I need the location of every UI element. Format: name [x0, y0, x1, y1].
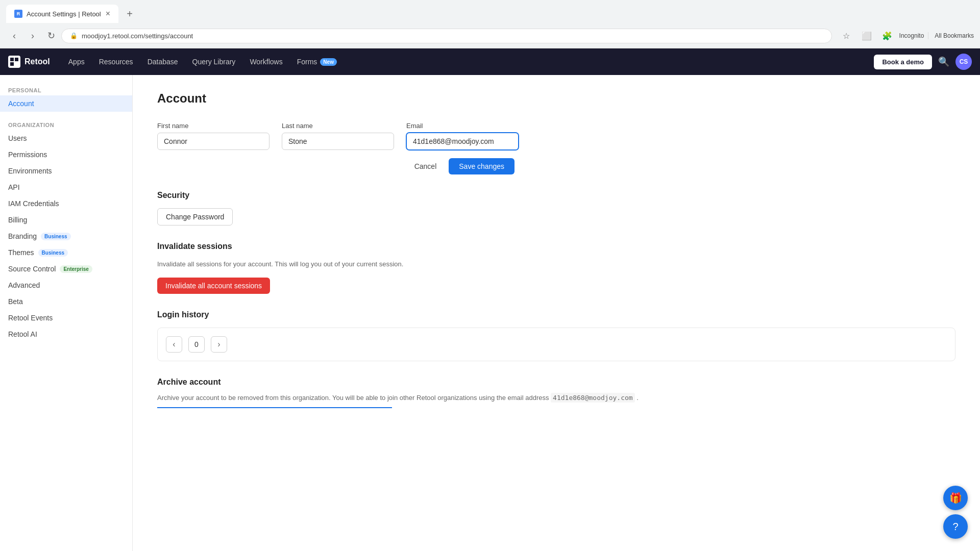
login-history-title: Login history — [157, 310, 955, 319]
sidebar-item-beta[interactable]: Beta — [0, 293, 132, 310]
sidebar-item-billing[interactable]: Billing — [0, 212, 132, 228]
cancel-button[interactable]: Cancel — [408, 158, 443, 174]
retool-logo-icon — [8, 56, 20, 68]
sidebar-item-branding[interactable]: Branding Business — [0, 228, 132, 244]
first-name-group: First name — [157, 122, 270, 150]
retool-logo[interactable]: Retool — [8, 56, 50, 68]
sidebar-iam-label: IAM Credentials — [8, 199, 59, 208]
sidebar: Personal Account Organization Users Perm… — [0, 75, 133, 551]
sidebar-permissions-label: Permissions — [8, 151, 47, 159]
security-title: Security — [157, 191, 955, 200]
archive-desc-text: Archive your account to be removed from … — [157, 394, 549, 402]
sidebar-billing-label: Billing — [8, 216, 27, 224]
sidebar-environments-label: Environments — [8, 167, 52, 175]
back-button[interactable]: ‹ — [6, 28, 22, 44]
themes-business-badge: Business — [38, 249, 68, 257]
change-password-button[interactable]: Change Password — [157, 208, 233, 226]
nav-item-apps-label: Apps — [68, 58, 85, 66]
browser-title-bar: R Account Settings | Retool × + — [0, 0, 980, 23]
forward-button[interactable]: › — [24, 28, 41, 44]
nav-item-database-label: Database — [148, 58, 178, 66]
help-floating-button[interactable]: ? — [943, 514, 968, 539]
nav-right: Book a demo 🔍 CS — [874, 54, 972, 70]
save-changes-button[interactable]: Save changes — [449, 158, 514, 174]
invalidate-sessions-desc: Invalidate all sessions for your account… — [157, 259, 955, 269]
nav-item-resources-label: Resources — [99, 58, 133, 66]
retool-logo-text: Retool — [24, 57, 50, 66]
browser-controls: ‹ › ↻ 🔒 moodjoy1.retool.com/settings/acc… — [0, 23, 980, 48]
address-bar[interactable]: 🔒 moodjoy1.retool.com/settings/account — [61, 29, 832, 43]
extensions-button[interactable]: 🧩 — [879, 28, 895, 44]
nav-item-query-library[interactable]: Query Library — [186, 55, 242, 69]
form-actions: Cancel Save changes — [157, 158, 514, 174]
lock-icon: 🔒 — [70, 32, 78, 39]
last-name-input[interactable] — [282, 133, 394, 150]
tab-close-button[interactable]: × — [106, 9, 110, 18]
main-layout: Personal Account Organization Users Perm… — [0, 75, 980, 551]
archive-account-desc: Archive your account to be removed from … — [157, 393, 955, 404]
nav-item-forms[interactable]: Forms New — [291, 55, 343, 69]
device-button[interactable]: ⬜ — [859, 28, 875, 44]
email-label: Email — [406, 122, 519, 130]
svg-rect-2 — [10, 62, 14, 66]
first-name-input[interactable] — [157, 133, 270, 150]
sidebar-account-label: Account — [8, 99, 34, 108]
search-icon[interactable]: 🔍 — [938, 56, 949, 67]
sidebar-retool-events-label: Retool Events — [8, 314, 53, 322]
archive-period: . — [636, 394, 639, 402]
sidebar-item-api[interactable]: API — [0, 179, 132, 195]
browser-tab[interactable]: R Account Settings | Retool × — [6, 5, 118, 23]
sidebar-branding-label: Branding — [8, 232, 37, 240]
pagination-next-button[interactable]: › — [211, 336, 227, 353]
sidebar-themes-label: Themes — [8, 248, 34, 257]
sidebar-item-retool-events[interactable]: Retool Events — [0, 310, 132, 326]
page-title: Account — [157, 91, 955, 106]
all-bookmarks: All Bookmarks — [928, 32, 974, 39]
browser-chrome: R Account Settings | Retool × + ‹ › ↻ 🔒 … — [0, 0, 980, 48]
first-name-label: First name — [157, 122, 270, 130]
org-section-label: Organization — [0, 118, 132, 130]
nav-item-resources[interactable]: Resources — [93, 55, 139, 69]
incognito-label: Incognito — [899, 32, 924, 39]
sidebar-item-retool-ai[interactable]: Retool AI — [0, 326, 132, 342]
sidebar-item-environments[interactable]: Environments — [0, 163, 132, 179]
sidebar-source-control-label: Source Control — [8, 265, 56, 273]
new-tab-button[interactable]: + — [122, 7, 137, 21]
tab-title: Account Settings | Retool — [27, 10, 101, 18]
svg-rect-1 — [15, 58, 18, 61]
sidebar-item-advanced[interactable]: Advanced — [0, 277, 132, 293]
archive-email: 41d1e868@moodjoy.com — [551, 393, 635, 403]
sidebar-item-iam-credentials[interactable]: IAM Credentials — [0, 195, 132, 212]
sidebar-api-label: API — [8, 183, 20, 191]
sidebar-item-account[interactable]: Account — [0, 95, 132, 112]
sidebar-item-source-control[interactable]: Source Control Enterprise — [0, 261, 132, 277]
personal-section-label: Personal — [0, 83, 132, 95]
bookmark-button[interactable]: ☆ — [838, 28, 854, 44]
sidebar-item-users[interactable]: Users — [0, 130, 132, 146]
url-text: moodjoy1.retool.com/settings/account — [82, 32, 193, 40]
login-history-box: ‹ 0 › — [157, 328, 955, 361]
book-demo-button[interactable]: Book a demo — [874, 55, 932, 69]
user-avatar[interactable]: CS — [955, 54, 972, 70]
content-area: Account First name Last name Email Cance… — [133, 75, 980, 551]
nav-item-database[interactable]: Database — [141, 55, 184, 69]
app-nav: Retool Apps Resources Database Query Lib… — [0, 48, 980, 75]
reload-button[interactable]: ↻ — [43, 28, 59, 44]
sidebar-item-themes[interactable]: Themes Business — [0, 244, 132, 261]
pagination-prev-button[interactable]: ‹ — [166, 336, 182, 353]
last-name-group: Last name — [282, 122, 394, 150]
gift-floating-button[interactable]: 🎁 — [943, 486, 968, 510]
sidebar-users-label: Users — [8, 134, 27, 142]
sidebar-retool-ai-label: Retool AI — [8, 330, 37, 338]
sidebar-advanced-label: Advanced — [8, 281, 40, 289]
nav-items: Apps Resources Database Query Library Wo… — [62, 55, 874, 69]
nav-item-apps[interactable]: Apps — [62, 55, 91, 69]
nav-item-workflows[interactable]: Workflows — [243, 55, 288, 69]
email-input[interactable] — [406, 133, 519, 150]
sidebar-item-permissions[interactable]: Permissions — [0, 146, 132, 163]
sidebar-beta-label: Beta — [8, 297, 23, 306]
nav-item-workflows-label: Workflows — [250, 58, 282, 66]
invalidate-sessions-button[interactable]: Invalidate all account sessions — [157, 278, 270, 294]
nav-item-forms-label: Forms — [297, 58, 317, 66]
last-name-label: Last name — [282, 122, 394, 130]
